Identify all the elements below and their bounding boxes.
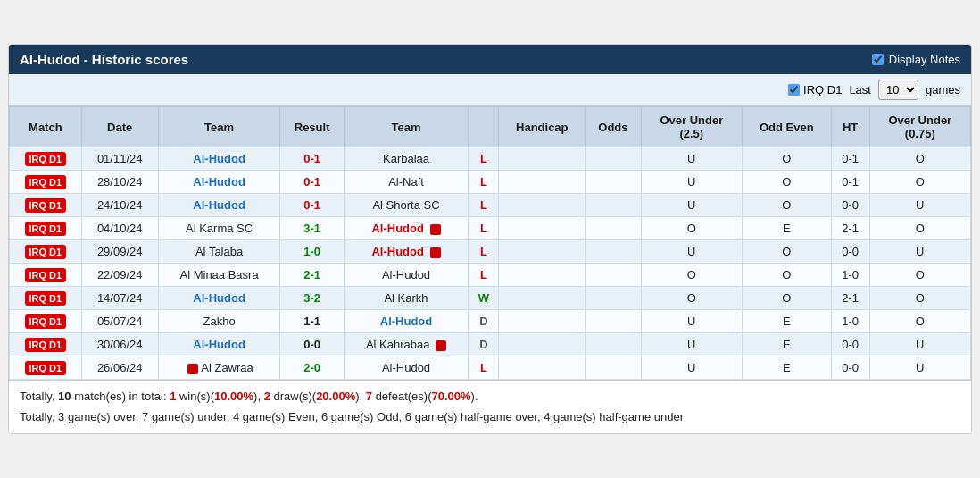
- cell-odd-even: E: [742, 310, 831, 333]
- cell-team1: Al Karma SC: [158, 217, 280, 240]
- cell-odd-even: O: [742, 194, 831, 217]
- cell-odd-even: E: [742, 356, 831, 380]
- cell-ht-over-under: O: [869, 310, 970, 333]
- cell-date: 29/09/24: [81, 240, 158, 264]
- table-row: IRQ D122/09/24Al Minaa Basra2-1Al-HudodL…: [10, 264, 971, 287]
- cell-date: 01/11/24: [81, 147, 158, 171]
- cell-odd-even: O: [742, 147, 831, 171]
- cell-team2: Al-Hudod: [344, 240, 469, 264]
- cell-odd-even: O: [742, 264, 831, 287]
- col-team2: Team: [344, 107, 469, 147]
- cell-ht-over-under: O: [869, 287, 970, 310]
- cell-ht: 2-1: [831, 287, 869, 310]
- cell-odds: [586, 333, 642, 356]
- table-row: IRQ D130/06/24Al-Hudod0-0Al Kahrabaa DUE…: [10, 333, 971, 356]
- irq-d1-label: IRQ D1: [803, 83, 842, 96]
- cell-ht-over-under: U: [869, 333, 970, 356]
- cell-team1: Al Talaba: [158, 240, 280, 264]
- cell-odd-even: O: [742, 287, 831, 310]
- cell-team2: Al Karkh: [344, 287, 469, 310]
- cell-ht-over-under: U: [869, 194, 970, 217]
- cell-odds: [586, 356, 642, 380]
- cell-over-under: U: [641, 240, 742, 264]
- cell-odds: [586, 240, 642, 264]
- match-badge: IRQ D1: [25, 222, 67, 236]
- table-row: IRQ D101/11/24Al-Hudod0-1KarbalaaLUO0-1O: [10, 147, 971, 171]
- cell-match: IRQ D1: [10, 194, 82, 217]
- cell-date: 04/10/24: [81, 217, 158, 240]
- cell-ht: 0-1: [831, 147, 869, 171]
- cell-handicap: [499, 217, 586, 240]
- cell-team1: Al Zawraa: [158, 356, 280, 380]
- cell-over-under: U: [641, 310, 742, 333]
- col-result: Result: [280, 107, 344, 147]
- cell-odd-even: E: [742, 333, 831, 356]
- cell-odds: [586, 310, 642, 333]
- cell-outcome: L: [469, 171, 499, 194]
- team1-badge: [187, 364, 198, 374]
- cell-odd-even: O: [742, 171, 831, 194]
- col-ht: HT: [831, 107, 869, 147]
- col-handicap: Handicap: [499, 107, 586, 147]
- cell-over-under: U: [641, 333, 742, 356]
- cell-over-under: U: [641, 194, 742, 217]
- cell-date: 22/09/24: [81, 264, 158, 287]
- cell-ht-over-under: O: [869, 171, 970, 194]
- cell-ht-over-under: U: [869, 356, 970, 380]
- cell-result: 2-0: [280, 356, 344, 380]
- team2-badge: [430, 247, 441, 258]
- cell-team1: Al Minaa Basra: [158, 264, 280, 287]
- cell-date: 30/06/24: [81, 333, 158, 356]
- cell-team2: Al-Hudod: [344, 264, 469, 287]
- cell-handicap: [499, 171, 586, 194]
- cell-ht: 0-0: [831, 356, 869, 380]
- cell-team2: Al-Hudod: [344, 217, 469, 240]
- match-badge: IRQ D1: [25, 291, 67, 306]
- header: Al-Hudod - Historic scores Display Notes: [9, 45, 971, 74]
- table-row: IRQ D128/10/24Al-Hudod0-1Al-NaftLUO0-1O: [10, 171, 971, 194]
- cell-odd-even: O: [742, 240, 831, 264]
- display-notes-control: Display Notes: [872, 53, 960, 66]
- cell-team1: Al-Hudod: [158, 147, 280, 171]
- cell-handicap: [499, 333, 586, 356]
- cell-team2: Al-Hudod: [344, 310, 469, 333]
- cell-result: 0-1: [280, 171, 344, 194]
- footer-line2: Totally, 3 game(s) over, 7 game(s) under…: [20, 407, 960, 427]
- cell-match: IRQ D1: [10, 287, 82, 310]
- irq-d1-filter[interactable]: IRQ D1: [788, 83, 842, 96]
- table-header-row: Match Date Team Result Team Handicap Odd…: [10, 107, 971, 147]
- cell-handicap: [499, 194, 586, 217]
- display-notes-checkbox[interactable]: [872, 54, 884, 65]
- cell-outcome: L: [469, 147, 499, 171]
- cell-match: IRQ D1: [10, 217, 82, 240]
- scores-table: Match Date Team Result Team Handicap Odd…: [9, 106, 971, 380]
- cell-ht-over-under: O: [869, 147, 970, 171]
- cell-match: IRQ D1: [10, 240, 82, 264]
- cell-match: IRQ D1: [10, 147, 82, 171]
- col-date: Date: [81, 107, 158, 147]
- table-row: IRQ D126/06/24 Al Zawraa2-0Al-HudodLUE0-…: [10, 356, 971, 380]
- cell-team1: Al-Hudod: [158, 333, 280, 356]
- cell-odds: [586, 264, 642, 287]
- cell-team1: Al-Hudod: [158, 171, 280, 194]
- irq-d1-checkbox[interactable]: [788, 84, 800, 96]
- cell-handicap: [499, 356, 586, 380]
- cell-ht: 0-1: [831, 171, 869, 194]
- cell-odds: [586, 217, 642, 240]
- cell-team2: Al-Naft: [344, 171, 469, 194]
- cell-team2: Al-Hudod: [344, 356, 469, 380]
- page-title: Al-Hudod - Historic scores: [20, 52, 188, 67]
- games-select[interactable]: 10 5 15 20: [878, 80, 918, 100]
- table-row: IRQ D129/09/24Al Talaba1-0Al-Hudod LUO0-…: [10, 240, 971, 264]
- cell-outcome: L: [469, 356, 499, 380]
- cell-result: 0-1: [280, 147, 344, 171]
- cell-over-under: O: [641, 264, 742, 287]
- cell-team2: Al Shorta SC: [344, 194, 469, 217]
- cell-match: IRQ D1: [10, 310, 82, 333]
- last-label: Last: [849, 83, 871, 96]
- cell-ht-over-under: U: [869, 240, 970, 264]
- cell-date: 14/07/24: [81, 287, 158, 310]
- col-match: Match: [10, 107, 82, 147]
- cell-outcome: D: [469, 310, 499, 333]
- cell-result: 0-1: [280, 194, 344, 217]
